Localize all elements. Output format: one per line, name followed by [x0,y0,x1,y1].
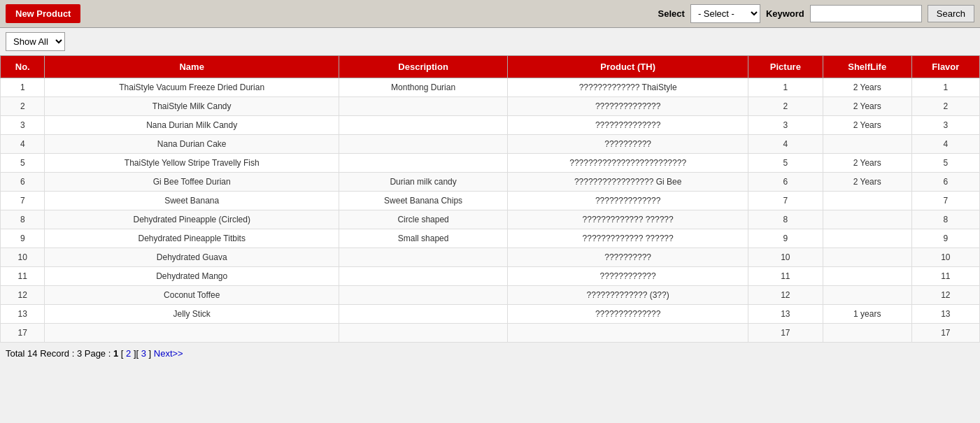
cell-flavor: 3 [911,116,979,135]
table-row[interactable]: 11Dehydrated Mango????????????1111 [1,267,980,286]
table-header: No. Name Description Product (TH) Pictur… [1,56,980,78]
cell-flavor: 8 [911,210,979,229]
cell-description [339,135,507,154]
cell-name: Dehydrated Pineapple Titbits [45,229,339,248]
cell-description [339,286,507,305]
cell-picture: 11 [748,267,823,286]
table-row[interactable]: 12Coconut Toffee????????????? (3??)1212 [1,286,980,305]
table-row[interactable]: 13Jelly Stick??????????????131 years13 [1,305,980,324]
pagination-total: Total 14 Record : 3 Page : [6,348,111,359]
keyword-input[interactable] [810,5,922,22]
cell-name: Gi Bee Toffee Durian [45,173,339,192]
cell-name: Coconut Toffee [45,286,339,305]
col-name: Name [45,56,339,78]
cell-picture: 13 [748,305,823,324]
pagination-current: 1 [113,348,121,359]
pagination: Total 14 Record : 3 Page : 1 [ 2 ][ 3 ] … [0,343,980,364]
col-flavor: Flavor [911,56,979,78]
cell-flavor: 5 [911,154,979,173]
cell-flavor: 10 [911,248,979,267]
col-no: No. [1,56,45,78]
cell-product_th: ????????????? ?????? [508,210,748,229]
cell-no: 13 [1,305,45,324]
cell-name: Dehydrated Guava [45,248,339,267]
table-body: 1ThaiStyle Vacuum Freeze Dried DurianMon… [1,78,980,343]
cell-no: 12 [1,286,45,305]
search-button[interactable]: Search [928,5,974,22]
cell-flavor: 13 [911,305,979,324]
col-description: Description [339,56,507,78]
table-row[interactable]: 2ThaiStyle Milk Candy??????????????22 Ye… [1,97,980,116]
cell-picture: 3 [748,116,823,135]
table-row[interactable]: 10Dehydrated Guava??????????1010 [1,248,980,267]
table-row[interactable]: 171717 [1,324,980,343]
col-shelflife: ShelfLife [823,56,911,78]
col-picture: Picture [748,56,823,78]
cell-name: Nana Durian Milk Candy [45,116,339,135]
cell-shelflife: 2 Years [823,78,911,97]
keyword-label: Keyword [766,8,804,19]
pagination-page-3[interactable]: 3 [141,348,146,359]
cell-product_th: ????????????? ?????? [508,229,748,248]
pagination-next[interactable]: Next>> [154,348,183,359]
cell-picture: 17 [748,324,823,343]
cell-shelflife [823,135,911,154]
products-table: No. Name Description Product (TH) Pictur… [0,55,980,343]
cell-shelflife [823,229,911,248]
cell-product_th: ????????????????? Gi Bee [508,173,748,192]
cell-name [45,324,339,343]
cell-picture: 7 [748,192,823,210]
cell-shelflife [823,248,911,267]
cell-description [339,154,507,173]
show-all-dropdown[interactable]: Show All Active Inactive [6,32,65,51]
select-dropdown[interactable]: - Select - Name Description [690,4,760,23]
cell-no: 3 [1,116,45,135]
cell-name: Jelly Stick [45,305,339,324]
table-row[interactable]: 9Dehydrated Pineapple TitbitsSmall shape… [1,229,980,248]
cell-description [339,324,507,343]
cell-no: 11 [1,267,45,286]
cell-no: 6 [1,173,45,192]
cell-description [339,97,507,116]
cell-description: Durian milk candy [339,173,507,192]
table-row[interactable]: 5ThaiStyle Yellow Stripe Travelly Fish??… [1,154,980,173]
table-row[interactable]: 4Nana Durian Cake??????????44 [1,135,980,154]
cell-description: Circle shaped [339,210,507,229]
cell-description: Sweet Banana Chips [339,192,507,210]
select-label: Select [658,8,685,19]
table-row[interactable]: 7Sweet BananaSweet Banana Chips?????????… [1,192,980,210]
cell-picture: 10 [748,248,823,267]
cell-no: 8 [1,210,45,229]
cell-name: Dehydrated Pineapple (Circled) [45,210,339,229]
cell-shelflife: 2 Years [823,116,911,135]
table-row[interactable]: 6Gi Bee Toffee DurianDurian milk candy??… [1,173,980,192]
table-row[interactable]: 1ThaiStyle Vacuum Freeze Dried DurianMon… [1,78,980,97]
cell-product_th: ?????????????? [508,305,748,324]
pagination-page-2[interactable]: 2 [126,348,131,359]
table-row[interactable]: 8Dehydrated Pineapple (Circled)Circle sh… [1,210,980,229]
cell-description: Small shaped [339,229,507,248]
cell-name: ThaiStyle Vacuum Freeze Dried Durian [45,78,339,97]
cell-no: 10 [1,248,45,267]
cell-no: 2 [1,97,45,116]
cell-shelflife [823,324,911,343]
cell-picture: 6 [748,173,823,192]
cell-description [339,267,507,286]
cell-description [339,248,507,267]
cell-no: 4 [1,135,45,154]
cell-no: 1 [1,78,45,97]
cell-name: ThaiStyle Milk Candy [45,97,339,116]
cell-flavor: 6 [911,173,979,192]
cell-flavor: 17 [911,324,979,343]
top-bar: New Product Select - Select - Name Descr… [0,0,980,28]
cell-description: Monthong Durian [339,78,507,97]
cell-product_th: ?????????? [508,135,748,154]
cell-description [339,116,507,135]
cell-shelflife: 2 Years [823,173,911,192]
table-row[interactable]: 3Nana Durian Milk Candy??????????????32 … [1,116,980,135]
cell-no: 5 [1,154,45,173]
cell-name: Nana Durian Cake [45,135,339,154]
cell-shelflife [823,210,911,229]
new-product-button[interactable]: New Product [6,4,80,23]
cell-picture: 2 [748,97,823,116]
